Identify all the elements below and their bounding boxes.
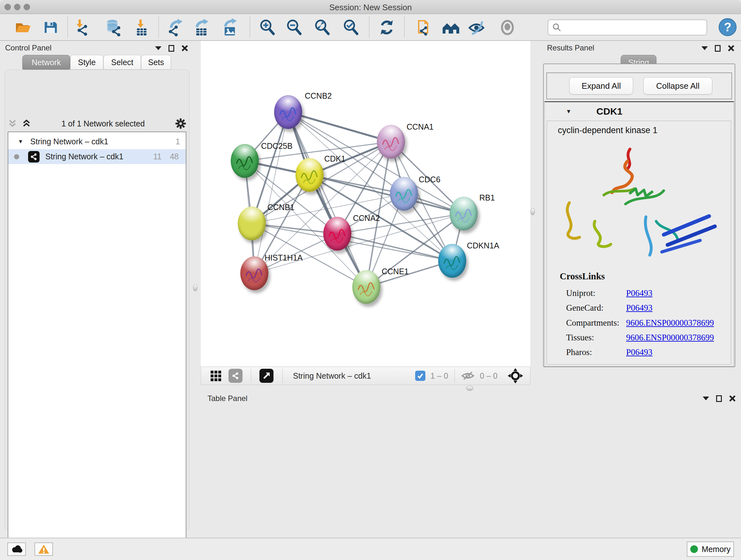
network-node-label: CCNE1 [382,267,409,276]
gene-collapse-caret[interactable]: ▼ [566,108,571,115]
open-session-icon[interactable] [13,18,32,37]
grid-view-icon[interactable] [210,369,223,382]
export-image-icon[interactable] [221,18,239,37]
memory-label: Memory [702,545,731,554]
panel-maximize-icon[interactable] [169,45,174,52]
network-node-label: CCNA1 [407,122,434,132]
cloud-status-button[interactable] [7,543,26,556]
protein-structure-image [550,139,729,266]
svg-text:?: ? [724,20,731,34]
protein-scribble [323,217,351,251]
import-database-icon[interactable] [104,18,123,37]
table-panel: Table Panel f(x) shared name name canoni… [200,393,741,538]
export-network-icon[interactable] [166,18,185,37]
left-splitter-grip[interactable] [193,284,198,291]
protein-scribble [295,158,324,192]
tree-expand-caret[interactable]: ▼ [18,138,23,145]
network-collection-row[interactable]: ▼ String Network – cdk1 1 [8,134,186,149]
crosslink-link[interactable]: 9606.ENSP00000378699 [626,333,714,343]
status-bar: Memory [0,538,741,560]
crosslink-label: Pharos: [566,348,592,357]
clone-network-icon[interactable] [414,18,433,37]
horizontal-splitter-grip[interactable] [466,386,473,391]
crosslink-link[interactable]: 9606.ENSP00000378699 [626,318,714,328]
zoom-out-icon[interactable] [285,18,304,37]
network-canvas[interactable]: CCNB2CCNA1CDC25BCDK1CDC6RB1CCNB1CCNA2CDK… [201,41,530,367]
crosslink-link[interactable]: P06493 [626,348,653,357]
network-node-cdc25b[interactable] [231,144,259,178]
expand-all-button[interactable]: Expand All [569,77,633,95]
panel-close-icon[interactable] [181,45,188,52]
birdseye-view-icon[interactable] [259,369,273,383]
tab-network[interactable]: Network [22,55,70,70]
string-results-box: Expand All Collapse All ▼ CDK1 cyclin-de… [543,64,735,367]
network-selection-summary: 1 of 1 Network selected [31,119,175,128]
table-panel-title: Table Panel [207,394,247,403]
panel-float-icon[interactable] [703,396,709,400]
zoom-in-icon[interactable] [258,18,277,37]
network-node-label: CCNA2 [353,213,380,223]
crosslink-link[interactable]: P06493 [626,303,653,313]
network-node-cdk1[interactable] [295,158,324,192]
panel-maximize-icon[interactable] [715,45,721,52]
panel-close-icon[interactable] [729,395,736,402]
network-node-cdc6[interactable] [390,177,418,211]
save-session-icon[interactable] [42,18,60,37]
collapse-all-chevron-icon[interactable] [8,119,17,128]
network-node-rb1[interactable] [450,197,478,231]
export-table-icon[interactable] [192,18,211,37]
import-network-icon[interactable] [73,18,91,37]
cytoscape-window: Session: New Session [0,0,741,560]
crosslink-label: GeneCard: [566,303,603,313]
protein-scribble [450,197,478,231]
string-view-icon[interactable] [228,369,243,383]
warning-status-button[interactable] [35,543,53,556]
crosslink-link[interactable]: P06493 [626,288,653,298]
panel-float-icon[interactable] [701,46,708,50]
memory-status-dot [690,545,698,553]
titlebar: Session: New Session [0,0,741,14]
refresh-icon[interactable] [378,18,396,37]
network-options-gear-icon[interactable] [175,118,186,129]
show-all-icon[interactable] [498,18,517,37]
crosslink-row: Pharos:P06493 [566,348,726,357]
network-view-title: String Network – cdk1 [293,371,371,381]
hidden-eye-icon[interactable] [461,370,475,381]
hide-selected-icon[interactable] [468,18,486,37]
network-node-cdkn1a[interactable] [438,244,466,278]
network-node-ccna2[interactable] [323,217,351,251]
network-node-ccnb2[interactable] [274,95,302,129]
crosslink-label: Tissues: [566,333,594,342]
network-node-ccne1[interactable] [352,270,381,304]
network-node-ccnb1[interactable] [238,206,266,240]
panel-float-icon[interactable] [155,46,161,50]
crosslink-row: GeneCard:P06493 [566,303,726,313]
gene-name: CDK1 [596,106,623,117]
fit-selection-crosshair-icon[interactable] [507,368,524,384]
expand-all-chevron-icon[interactable] [22,119,31,128]
network-node-ccna1[interactable] [377,125,405,159]
control-panel: Control Panel Network Style Select Sets … [0,41,194,538]
zoom-fit-icon[interactable] [313,18,332,37]
help-icon[interactable]: ? [718,17,737,36]
collapse-all-button[interactable]: Collapse All [643,77,712,95]
crosslink-row: Tissues:9606.ENSP00000378699 [566,333,726,343]
import-table-icon[interactable] [132,18,151,37]
tab-select[interactable]: Select [104,55,141,70]
gene-header-row[interactable]: ▼ CDK1 [545,102,734,121]
selected-checkbox-icon[interactable] [415,371,425,381]
toolbar-separator [369,17,369,38]
network-row-selected[interactable]: String Network – cdk1 11 48 [8,149,186,164]
home-network-icon[interactable] [441,18,460,37]
tab-style[interactable]: Style [70,55,104,70]
memory-button[interactable]: Memory [687,542,734,557]
network-node-hist1h1a[interactable] [240,256,268,290]
search-input[interactable] [565,23,706,32]
panel-close-icon[interactable] [728,45,735,52]
tab-sets[interactable]: Sets [141,55,171,70]
protein-scribble [231,144,259,178]
zoom-selected-icon[interactable] [342,18,360,37]
search-field[interactable] [548,19,707,36]
toolbar-separator [404,17,405,38]
panel-maximize-icon[interactable] [716,395,722,402]
